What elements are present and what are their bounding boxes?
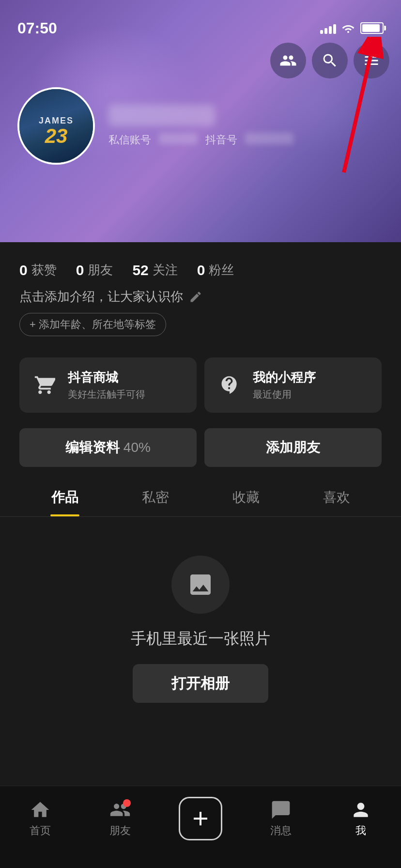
following-label: 关注	[153, 262, 178, 279]
likes-label: 获赞	[31, 262, 57, 279]
profile-id-row: 私信账号 抖音号	[108, 133, 384, 147]
message-nav-icon	[270, 799, 292, 821]
nav-home[interactable]: 首页	[11, 799, 69, 838]
nav-messages-label: 消息	[270, 823, 292, 838]
avatar[interactable]: JAMES 23	[17, 87, 95, 165]
top-actions	[270, 43, 389, 78]
empty-state: 手机里最近一张照片 打开相册	[0, 517, 401, 722]
nav-friends-label: 朋友	[109, 823, 131, 838]
service-cards: 抖音商城 美好生活触手可得 我的小程序 最近使用	[0, 346, 401, 424]
followers-count: 0	[197, 262, 205, 279]
open-album-button[interactable]: 打开相册	[133, 664, 268, 703]
empty-icon-circle	[171, 556, 230, 614]
tab-likes-label: 喜欢	[323, 490, 350, 505]
cart-icon	[31, 372, 58, 399]
open-album-label: 打开相册	[171, 674, 230, 694]
following-count: 52	[132, 262, 148, 279]
edit-profile-progress: 40%	[123, 440, 151, 455]
tab-favorites[interactable]: 收藏	[200, 479, 291, 516]
status-bar: 07:50	[0, 0, 401, 43]
bio-placeholder: 点击添加介绍，让大家认识你	[19, 288, 183, 305]
add-friend-button[interactable]: 添加朋友	[204, 428, 382, 467]
mini-app-title: 我的小程序	[253, 369, 316, 386]
friends-count: 0	[76, 262, 84, 279]
stat-followers[interactable]: 0 粉丝	[197, 262, 234, 279]
profile-nav-icon	[350, 799, 371, 821]
stat-friends[interactable]: 0 朋友	[76, 262, 113, 279]
content-area: 0 获赞 0 朋友 52 关注 0 粉丝 点击添加介绍，让大家认识你 + 添加年…	[0, 242, 401, 868]
tabs-row: 作品 私密 收藏 喜欢	[0, 479, 401, 517]
tab-works[interactable]: 作品	[19, 479, 110, 516]
mini-app-text: 我的小程序 最近使用	[253, 369, 316, 401]
followers-label: 粉丝	[209, 262, 234, 279]
douyin-mall-subtitle: 美好生活触手可得	[68, 388, 145, 401]
friends-button[interactable]	[270, 43, 306, 78]
username-blurred	[108, 105, 215, 126]
stat-following[interactable]: 52 关注	[132, 262, 177, 279]
add-content-button[interactable]	[179, 797, 222, 840]
douyin-id-label: 抖音号	[205, 133, 237, 147]
profile-info: 私信账号 抖音号	[108, 105, 384, 147]
tab-private-label: 私密	[142, 490, 169, 505]
profile-section: JAMES 23 私信账号 抖音号	[0, 87, 401, 165]
menu-button[interactable]	[354, 43, 389, 78]
douyin-mall-title: 抖音商城	[68, 369, 145, 386]
id-blurred-2	[245, 133, 293, 144]
search-button[interactable]	[312, 43, 348, 78]
likes-count: 0	[19, 262, 28, 279]
add-tags-button[interactable]: + 添加年龄、所在地等标签	[19, 313, 166, 336]
nav-add[interactable]	[171, 797, 230, 840]
douyin-mall-card[interactable]: 抖音商城 美好生活触手可得	[19, 357, 197, 413]
wifi-icon	[341, 22, 355, 34]
action-buttons: 编辑资料 40% 添加朋友	[0, 424, 401, 479]
battery-icon	[360, 22, 384, 34]
nav-profile[interactable]: 我	[332, 799, 390, 838]
bio-text[interactable]: 点击添加介绍，让大家认识你	[19, 288, 382, 305]
add-friend-label: 添加朋友	[266, 438, 320, 457]
private-account-label: 私信账号	[108, 133, 151, 147]
tab-favorites-label: 收藏	[232, 490, 260, 505]
add-tags-label: + 添加年龄、所在地等标签	[30, 317, 156, 332]
tab-private[interactable]: 私密	[110, 479, 200, 516]
miniapp-icon	[216, 372, 243, 399]
nav-friends[interactable]: 朋友	[91, 799, 149, 838]
stats-row: 0 获赞 0 朋友 52 关注 0 粉丝	[0, 242, 401, 288]
bio-section: 点击添加介绍，让大家认识你 + 添加年龄、所在地等标签	[0, 288, 401, 346]
signal-icon	[320, 22, 336, 34]
friends-icon	[279, 52, 297, 69]
tags-row: + 添加年龄、所在地等标签	[19, 313, 382, 336]
jersey-number: 23	[39, 126, 74, 146]
douyin-mall-text: 抖音商城 美好生活触手可得	[68, 369, 145, 401]
edit-profile-label: 编辑资料	[65, 438, 120, 457]
friends-notification-dot	[123, 799, 131, 807]
status-time: 07:50	[17, 19, 57, 37]
edit-bio-icon	[189, 290, 202, 304]
tab-likes[interactable]: 喜欢	[291, 479, 382, 516]
stat-likes[interactable]: 0 获赞	[19, 262, 57, 279]
mini-app-subtitle: 最近使用	[253, 388, 316, 401]
nav-home-label: 首页	[30, 823, 51, 838]
plus-icon	[189, 807, 212, 830]
friends-label: 朋友	[88, 262, 113, 279]
avatar-image: JAMES 23	[19, 89, 93, 163]
menu-icon	[363, 52, 380, 69]
mini-app-card[interactable]: 我的小程序 最近使用	[204, 357, 382, 413]
bottom-nav: 首页 朋友 消息 我	[0, 786, 401, 868]
home-nav-icon	[30, 799, 51, 821]
status-icons	[320, 22, 384, 34]
empty-title: 手机里最近一张照片	[131, 628, 270, 650]
nav-messages[interactable]: 消息	[252, 799, 310, 838]
tab-works-label: 作品	[51, 490, 78, 505]
search-icon	[321, 52, 339, 69]
edit-profile-button[interactable]: 编辑资料 40%	[19, 428, 197, 467]
id-blurred-1	[159, 133, 198, 144]
nav-profile-label: 我	[355, 823, 366, 838]
photo-icon	[187, 571, 214, 598]
